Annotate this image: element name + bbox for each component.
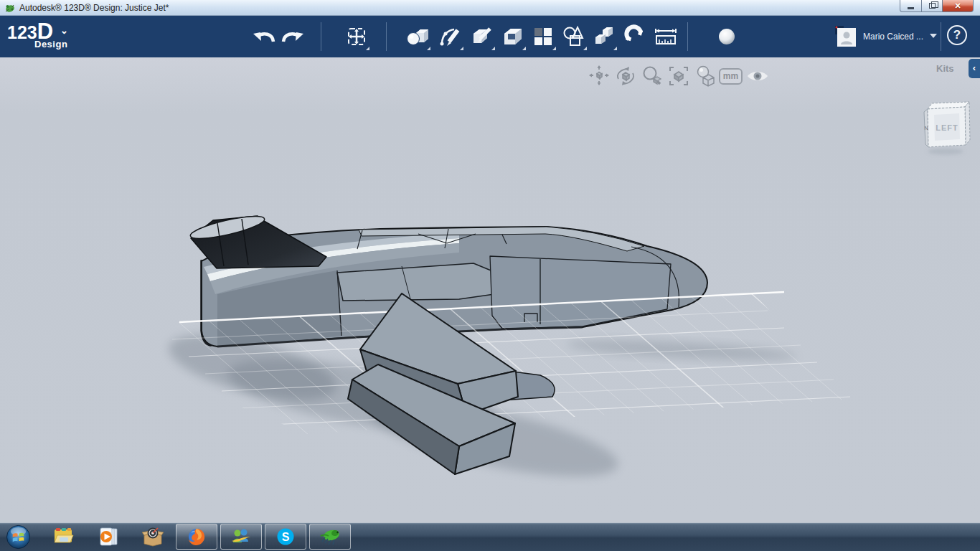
view-cube-shadow [928,149,963,155]
dropdown-caret-icon[interactable] [552,47,556,50]
app-icon [5,3,16,13]
chevron-left-icon: ‹ [973,62,976,73]
taskbar-edge [0,522,980,523]
taskbar-button-skype[interactable]: S [265,524,306,550]
units-button[interactable]: mm [719,68,743,85]
dropdown-caret-icon[interactable] [522,47,526,50]
restore-icon [929,3,936,9]
svg-text:S: S [282,531,290,543]
zoom-icon[interactable] [641,65,664,88]
sketch-icon [438,24,463,49]
3d-viewport[interactable]: LEFT N [0,57,980,522]
pan-icon[interactable] [588,65,611,88]
avatar-icon [835,26,857,47]
help-button[interactable]: ? [947,25,967,45]
dropdown-caret-icon[interactable] [613,47,617,50]
group-icon [592,24,616,49]
main-toolbar: 123D ⌄ Design [0,16,980,57]
snap-tool-button[interactable] [621,23,649,50]
windows-explorer-icon[interactable] [52,527,74,547]
orbit-icon[interactable] [614,65,637,88]
group-tool-button[interactable] [590,23,618,50]
dropdown-caret-icon[interactable] [366,47,369,50]
redo-icon [281,24,305,49]
taskbar-button-messenger[interactable] [220,524,262,550]
modify-tool-button[interactable] [499,23,527,50]
view-cube[interactable]: LEFT N [924,102,970,155]
user-name[interactable]: Mario Caiced ... [863,32,930,42]
skype-icon: S [275,527,296,547]
units-label: mm [723,71,738,81]
taskbar-button-123d-design[interactable] [309,524,351,550]
toolbar-separator [386,22,387,51]
toolbar-separator [687,22,688,51]
undo-button[interactable] [250,23,278,50]
primitives-tool-button[interactable] [404,23,431,50]
windows-media-player-icon[interactable] [98,527,119,547]
user-menu-caret-icon[interactable] [930,34,937,38]
123d-design-icon [318,526,342,547]
model-scene: LEFT N [0,57,980,522]
help-icon: ? [953,28,961,42]
app-logo-subtext: Design [34,39,67,50]
kits-panel-collapse-button[interactable]: ‹ [969,59,980,78]
zoom-extents-icon[interactable] [667,65,690,88]
user-avatar[interactable] [835,26,857,47]
combine-icon [562,24,586,49]
minimize-button[interactable] [900,0,922,12]
material-tool-button[interactable] [713,23,740,50]
toolbar-separator [321,22,321,51]
close-button[interactable]: ✕ [943,0,974,12]
view-cube-edge-label[interactable]: N [924,126,928,131]
transform-icon [344,24,369,49]
taskbar-button-firefox[interactable] [176,524,217,550]
measure-icon [654,24,678,49]
start-button[interactable] [6,524,31,550]
combine-tool-button[interactable] [560,23,588,50]
material-sphere-icon [715,24,739,49]
pattern-tool-button[interactable] [529,23,557,50]
boxed-app-icon[interactable] [142,527,164,547]
transform-tool-button[interactable] [343,23,370,50]
window-title: Autodesk® 123D® Design: Justice Jet* [19,3,169,13]
undo-icon [252,24,276,49]
pattern-icon [531,24,555,49]
redo-button[interactable] [279,23,306,50]
construct-icon [470,24,494,49]
primitives-icon [405,24,430,49]
construct-tool-button[interactable] [468,23,496,50]
dropdown-caret-icon[interactable] [460,47,463,50]
modify-icon [501,24,525,49]
snap-icon [623,24,647,49]
kits-panel-label: Kits [936,63,954,74]
windows-taskbar: S ES [0,522,980,551]
sketch-tool-button[interactable] [437,23,464,50]
screen: { "window": { "title": "Autodesk® 123D® … [0,0,980,551]
dropdown-caret-icon[interactable] [427,47,430,50]
app-menu-caret-icon[interactable]: ⌄ [60,25,68,36]
view-cube-face-label[interactable]: LEFT [936,123,958,132]
measure-tool-button[interactable] [652,23,679,50]
material-browser-icon[interactable] [694,65,717,88]
messenger-icon [230,527,252,547]
close-icon: ✕ [954,1,961,11]
toolbar-separator [941,22,941,51]
minimize-icon [908,7,914,9]
restore-button[interactable] [922,0,943,12]
firefox-icon [186,527,207,547]
dropdown-caret-icon[interactable] [491,47,495,50]
dropdown-caret-icon[interactable] [583,47,587,50]
visibility-eye-icon[interactable] [746,65,769,88]
window-titlebar[interactable]: Autodesk® 123D® Design: Justice Jet* ✕ [0,0,980,16]
